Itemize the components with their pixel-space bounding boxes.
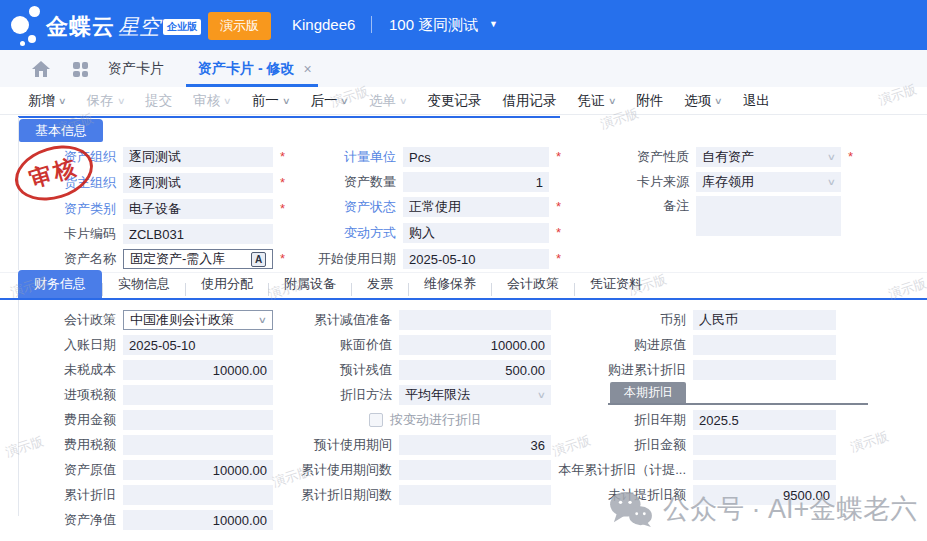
expected-periods-field[interactable]: 36 — [399, 435, 551, 455]
attachment-button[interactable]: 附件 — [636, 92, 663, 110]
tab-accounting-policy[interactable]: 会计政策 — [492, 270, 574, 298]
tab-voucher-info[interactable]: 凭证资料 — [575, 270, 657, 298]
asset-nature-select[interactable]: 自有资产 ∨ — [696, 147, 841, 167]
expense-amount-field[interactable] — [123, 410, 273, 430]
section-accent-line — [18, 116, 560, 118]
impairment-reserve-field[interactable] — [399, 310, 551, 330]
depreciation-period-field[interactable]: 2025.5 — [693, 410, 836, 430]
required-marker: * — [556, 196, 565, 218]
field-row: 购进原值 — [540, 335, 870, 355]
field-row: 折旧年期 2025.5 — [540, 410, 870, 430]
tab-attached-equipment[interactable]: 附属设备 — [269, 270, 351, 298]
exit-button[interactable]: 退出 — [743, 92, 770, 110]
untaxed-cost-field[interactable]: 10000.00 — [123, 360, 273, 380]
card-number-field[interactable]: ZCLB031 — [123, 224, 273, 244]
next-button[interactable]: 后一∨ — [310, 92, 348, 110]
audit-button[interactable]: 审核∨ — [193, 92, 231, 110]
purchase-original-value-field[interactable] — [693, 335, 836, 355]
tab-asset-card-edit-label: 资产卡片 - 修改 — [198, 60, 294, 78]
depreciate-by-change-checkbox[interactable] — [369, 413, 383, 427]
field-row: 购进累计折旧 — [540, 360, 870, 380]
used-periods-field[interactable] — [399, 460, 551, 480]
field-row: 资产类别 电子设备 * — [18, 198, 313, 220]
asset-category-label[interactable]: 资产类别 — [18, 199, 123, 219]
tab-asset-card[interactable]: 资产卡片 — [108, 60, 164, 78]
untaxed-cost-label: 未税成本 — [18, 360, 123, 380]
tab-financial-info[interactable]: 财务信息 — [18, 270, 102, 298]
workspace-tabbar: 资产卡片 资产卡片 - 修改 × — [0, 50, 927, 87]
currency-field[interactable]: 人民币 — [693, 310, 836, 330]
voucher-button[interactable]: 凭证∨ — [578, 92, 616, 110]
residual-value-field[interactable]: 500.00 — [399, 360, 551, 380]
field-row: 变动方式 购入 * — [285, 222, 580, 244]
expense-tax-label: 费用税额 — [18, 435, 123, 455]
depreciated-periods-field[interactable] — [399, 485, 551, 505]
tab-physical-info[interactable]: 实物信息 — [103, 270, 185, 298]
purchase-accum-depreciation-field[interactable] — [693, 360, 836, 380]
original-value-field[interactable]: 10000.00 — [123, 460, 273, 480]
ytd-depreciation-field[interactable] — [693, 460, 836, 480]
residual-value-label: 预计残值 — [272, 360, 399, 380]
field-row: 备注 — [582, 196, 912, 236]
depreciation-method-select[interactable]: 平均年限法 ∨ — [399, 385, 551, 405]
submit-button[interactable]: 提交 — [145, 92, 172, 110]
undepreciated-amount-field[interactable]: 9500.00 — [693, 485, 836, 505]
depreciate-by-change-label: 按变动进行折旧 — [390, 411, 481, 429]
multilang-icon[interactable]: A — [251, 252, 266, 267]
brand-name-light: 星空 — [118, 13, 160, 41]
pick-list-button[interactable]: 选单∨ — [369, 92, 407, 110]
expense-tax-field[interactable] — [123, 435, 273, 455]
tab-asset-card-edit[interactable]: 资产卡片 - 修改 × — [198, 60, 312, 78]
asset-qty-field[interactable]: 1 — [403, 172, 549, 192]
entry-date-field[interactable]: 2025-05-10 — [123, 335, 273, 355]
asset-name-input[interactable]: 固定资产-需入库 A — [123, 249, 273, 269]
asset-status-label[interactable]: 资产状态 — [285, 197, 403, 217]
card-source-select[interactable]: 库存领用 ∨ — [696, 172, 841, 192]
tab-invoice[interactable]: 发票 — [352, 270, 408, 298]
net-value-field[interactable]: 10000.00 — [123, 510, 273, 530]
start-use-date-field[interactable]: 2025-05-10 — [403, 249, 549, 269]
previous-button[interactable]: 前一∨ — [252, 92, 290, 110]
impairment-reserve-label: 累计减值准备 — [272, 310, 399, 330]
accum-depreciation-label: 累计折旧 — [18, 485, 123, 505]
detail-tab-strip: 财务信息 实物信息 使用分配 附属设备 发票 维修保养 会计政策 凭证资料 — [0, 272, 927, 300]
save-button[interactable]: 保存∨ — [87, 92, 125, 110]
input-tax-field[interactable] — [123, 385, 273, 405]
chevron-down-icon: ∨ — [58, 96, 67, 106]
asset-org-field[interactable]: 逐同测试 — [123, 147, 273, 167]
accounting-policy-select[interactable]: 中国准则会计政策 ∨ — [123, 310, 273, 330]
field-row: 预计使用期间 36 — [272, 435, 582, 455]
current-user[interactable]: Kingdee6 — [292, 16, 355, 33]
current-org[interactable]: 100 逐同测试 — [389, 16, 478, 35]
accum-depreciation-field[interactable] — [123, 485, 273, 505]
expense-amount-label: 费用金额 — [18, 410, 123, 430]
change-mode-field[interactable]: 购入 — [403, 223, 549, 243]
book-value-field[interactable]: 10000.00 — [399, 335, 551, 355]
owner-org-field[interactable]: 逐同测试 — [123, 173, 273, 193]
field-row: 计量单位 Pcs * — [285, 146, 580, 168]
financial-col2: 累计减值准备 账面价值 10000.00 预计残值 500.00 折旧方法 平均… — [272, 310, 582, 510]
apps-grid-icon[interactable] — [73, 62, 88, 77]
brand-name: 金蝶云 — [46, 12, 115, 42]
options-button[interactable]: 选项∨ — [684, 92, 722, 110]
new-button[interactable]: 新增∨ — [28, 92, 66, 110]
org-caret-down-icon[interactable]: ▼ — [489, 19, 498, 29]
chevron-down-icon: ∨ — [223, 96, 232, 106]
unit-label[interactable]: 计量单位 — [285, 147, 403, 167]
chevron-down-icon: ∨ — [117, 96, 126, 106]
asset-status-field[interactable]: 正常使用 — [403, 197, 549, 217]
borrow-record-button[interactable]: 借用记录 — [503, 92, 557, 110]
change-record-button[interactable]: 变更记录 — [428, 92, 482, 110]
tab-usage-allocation[interactable]: 使用分配 — [186, 270, 268, 298]
home-icon[interactable] — [32, 61, 50, 81]
depreciation-amount-field[interactable] — [693, 435, 836, 455]
tab-basic-info[interactable]: 基本信息 — [19, 119, 103, 142]
asset-category-field[interactable]: 电子设备 — [123, 199, 273, 219]
chevron-down-icon: ∨ — [258, 315, 267, 325]
tab-maintenance[interactable]: 维修保养 — [409, 270, 491, 298]
change-mode-label[interactable]: 变动方式 — [285, 223, 403, 243]
remark-textarea[interactable] — [696, 196, 841, 236]
financial-col3: 币别 人民币 购进原值 购进累计折旧 本期折旧 折旧年期 2025.5 折旧金额… — [540, 310, 870, 510]
unit-field[interactable]: Pcs — [403, 147, 549, 167]
close-icon[interactable]: × — [303, 61, 311, 77]
